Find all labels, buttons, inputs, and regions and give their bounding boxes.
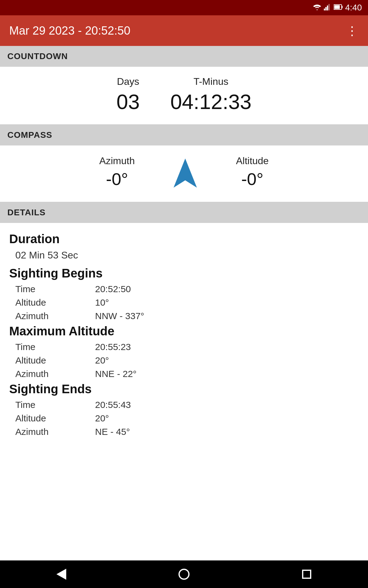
sighting-begins-time-value: 20:52:50 (95, 284, 131, 294)
max-altitude-altitude-value: 20° (95, 355, 109, 366)
days-value: 03 (117, 90, 140, 114)
sighting-begins-time-label: Time (15, 284, 95, 294)
compass-arrow-container (171, 155, 199, 190)
sighting-ends-azimuth-value: NE - 45° (95, 427, 130, 437)
sighting-ends-altitude-row: Altitude 20° (15, 413, 359, 424)
sighting-ends-azimuth-label: Azimuth (15, 427, 95, 437)
countdown-section-header: COUNTDOWN (0, 46, 368, 67)
azimuth-value: -0° (106, 169, 128, 189)
svg-rect-5 (342, 6, 343, 8)
altitude-value: -0° (241, 169, 263, 189)
details-content: Duration 02 Min 53 Sec Sighting Begins T… (0, 223, 368, 560)
tminus-value: 04:12:33 (170, 90, 251, 114)
altitude-label: Altitude (236, 155, 269, 167)
sighting-ends-title: Sighting Ends (9, 382, 359, 396)
svg-rect-3 (328, 4, 330, 10)
sighting-ends-altitude-value: 20° (95, 413, 109, 424)
svg-rect-2 (327, 6, 328, 10)
max-altitude-azimuth-value: NNE - 22° (95, 369, 136, 379)
duration-value: 02 Min 53 Sec (15, 250, 359, 261)
status-time: 4:40 (345, 3, 362, 13)
sighting-begins-title: Sighting Begins (9, 266, 359, 280)
sighting-ends-azimuth-row: Azimuth NE - 45° (15, 427, 359, 437)
back-icon[interactable] (52, 565, 71, 583)
sighting-ends-time-label: Time (15, 400, 95, 410)
days-label: Days (117, 76, 139, 87)
tminus-label: T-Minus (194, 76, 228, 87)
compass-content: Azimuth -0° Altitude -0° (0, 145, 368, 202)
compass-altitude: Altitude -0° (236, 155, 269, 189)
countdown-content: Days 03 T-Minus 04:12:33 (0, 67, 368, 124)
sighting-begins-group: Sighting Begins Time 20:52:50 Altitude 1… (9, 266, 359, 321)
sighting-begins-altitude-value: 10° (95, 297, 109, 308)
more-vert-icon[interactable]: ⋮ (346, 24, 359, 37)
app-header: Mar 29 2023 - 20:52:50 ⋮ (0, 15, 368, 46)
svg-rect-1 (325, 7, 327, 10)
sighting-ends-altitude-label: Altitude (15, 413, 95, 424)
battery-icon (334, 4, 343, 11)
signal-icon (324, 4, 331, 12)
sighting-begins-azimuth-value: NNW - 337° (95, 311, 144, 321)
sighting-begins-altitude-row: Altitude 10° (15, 297, 359, 308)
duration-group: Duration 02 Min 53 Sec (9, 232, 359, 261)
sighting-begins-azimuth-label: Azimuth (15, 311, 95, 321)
svg-marker-7 (173, 158, 197, 188)
sighting-ends-group: Sighting Ends Time 20:55:43 Altitude 20°… (9, 382, 359, 437)
countdown-tminus: T-Minus 04:12:33 (170, 76, 251, 114)
max-altitude-altitude-row: Altitude 20° (15, 355, 359, 366)
nav-bar (0, 560, 368, 588)
sighting-begins-time-row: Time 20:52:50 (15, 284, 359, 294)
duration-title: Duration (9, 232, 359, 246)
azimuth-label: Azimuth (99, 155, 135, 167)
max-altitude-title: Maximum Altitude (9, 324, 359, 338)
max-altitude-altitude-label: Altitude (15, 355, 95, 366)
compass-azimuth: Azimuth -0° (99, 155, 135, 189)
header-title: Mar 29 2023 - 20:52:50 (9, 24, 130, 37)
compass-section-header: COMPASS (0, 125, 368, 145)
sighting-ends-time-row: Time 20:55:43 (15, 400, 359, 410)
countdown-days: Days 03 (117, 76, 140, 114)
details-section-header: DETAILS (0, 202, 368, 223)
svg-rect-6 (334, 5, 340, 9)
status-icons: 4:40 (313, 3, 362, 13)
max-altitude-time-value: 20:55:23 (95, 342, 131, 352)
wifi-icon (313, 4, 321, 12)
max-altitude-time-row: Time 20:55:23 (15, 342, 359, 352)
home-icon[interactable] (175, 565, 193, 583)
max-altitude-azimuth-row: Azimuth NNE - 22° (15, 369, 359, 379)
status-bar: 4:40 (0, 0, 368, 15)
sighting-ends-time-value: 20:55:43 (95, 400, 131, 410)
max-altitude-time-label: Time (15, 342, 95, 352)
max-altitude-azimuth-label: Azimuth (15, 369, 95, 379)
svg-rect-0 (324, 9, 325, 10)
sighting-begins-azimuth-row: Azimuth NNW - 337° (15, 311, 359, 321)
sighting-begins-altitude-label: Altitude (15, 297, 95, 308)
recent-apps-icon[interactable] (297, 565, 316, 583)
compass-arrow-icon (171, 155, 199, 190)
max-altitude-group: Maximum Altitude Time 20:55:23 Altitude … (9, 324, 359, 379)
